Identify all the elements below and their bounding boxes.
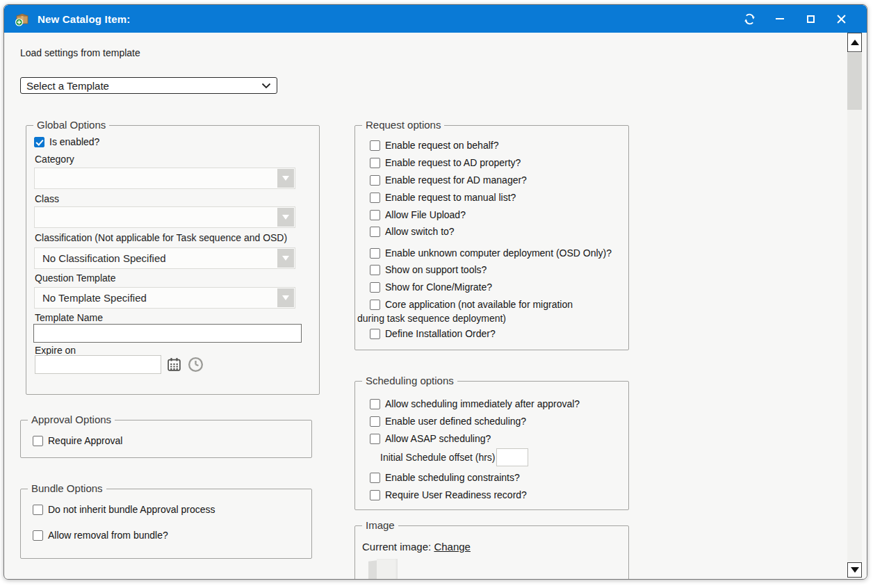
request-options-legend: Request options	[362, 119, 444, 131]
class-label: Class	[35, 193, 59, 204]
scroll-down-icon	[851, 567, 859, 573]
enable-request-for-ad-manager-checkbox[interactable]	[370, 175, 380, 186]
classification-dropdown-button[interactable]	[277, 249, 294, 268]
no-inherit-bundle-approval-checkbox[interactable]	[33, 505, 43, 515]
allow-switch-to-checkbox[interactable]	[370, 227, 380, 237]
load-settings-label: Load settings from template	[20, 47, 140, 58]
enable-user-defined-scheduling-row: Enable user defined scheduling?	[370, 415, 526, 427]
define-installation-order-row: Define Installation Order?	[370, 327, 496, 340]
enable-scheduling-constraints-row: Enable scheduling constraints?	[370, 471, 520, 484]
allow-scheduling-immediately-row: Allow scheduling immediately after appro…	[370, 398, 580, 410]
minimize-button[interactable]	[774, 13, 786, 25]
scheduling-options-legend: Scheduling options	[362, 375, 457, 386]
show-for-clone-migrate-checkbox[interactable]	[370, 282, 380, 293]
core-application-checkbox[interactable]	[370, 300, 380, 310]
question-template-dropdown-button[interactable]	[277, 288, 294, 307]
allow-removal-from-bundle-checkbox[interactable]	[33, 530, 43, 541]
show-on-support-tools-checkbox[interactable]	[370, 265, 380, 275]
approval-options-legend: Approval Options	[28, 414, 115, 425]
enable-user-defined-scheduling-checkbox[interactable]	[370, 416, 380, 427]
show-on-support-tools-row: Show on support tools?	[370, 263, 487, 276]
checkbox-label: Enable request for AD manager?	[385, 174, 527, 186]
scroll-up-icon	[851, 40, 859, 45]
checkbox-label: Allow ASAP scheduling?	[385, 433, 491, 444]
chevron-down-icon	[261, 83, 271, 89]
window-title: New Catalog Item:	[38, 13, 130, 25]
enable-request-to-ad-property-checkbox[interactable]	[370, 158, 380, 168]
global-options-legend: Global Options	[33, 119, 109, 131]
image-legend: Image	[362, 519, 398, 531]
change-image-link[interactable]: Change	[434, 541, 471, 553]
maximize-button[interactable]	[804, 13, 817, 25]
category-dropdown-button[interactable]	[277, 169, 294, 188]
class-combobox[interactable]	[34, 206, 295, 228]
checkbox-label: Show for Clone/Migrate?	[385, 281, 492, 293]
enable-request-to-manual-list-checkbox[interactable]	[370, 193, 380, 203]
enable-request-on-behalf-row: Enable request on behalf?	[370, 139, 498, 152]
require-approval-checkbox[interactable]	[33, 436, 43, 446]
is-enabled-row: Is enabled?	[34, 136, 99, 148]
core-application-row: Core application (not available for migr…	[370, 298, 573, 311]
checkbox-label: Enable request on behalf?	[385, 140, 498, 151]
clock-icon[interactable]	[187, 356, 204, 373]
current-image-row: Current image: Change	[362, 541, 471, 553]
catalog-item-box-icon	[14, 10, 31, 27]
is-enabled-checkbox[interactable]	[34, 137, 44, 147]
category-combobox[interactable]	[34, 168, 295, 189]
is-enabled-label: Is enabled?	[49, 136, 99, 147]
allow-file-upload-row: Allow File Upload?	[370, 209, 466, 221]
scroll-up-button[interactable]	[847, 33, 862, 52]
classification-value: No Classification Specified	[42, 252, 166, 264]
checkbox-label: Show on support tools?	[385, 264, 487, 275]
scrollbar-thumb[interactable]	[847, 53, 862, 110]
template-select-value: Select a Template	[26, 80, 109, 92]
vertical-scrollbar[interactable]	[847, 33, 862, 578]
bundle-options-legend: Bundle Options	[28, 482, 106, 494]
no-inherit-bundle-approval-label: Do not inherit bundle Approval process	[48, 504, 215, 515]
class-dropdown-button[interactable]	[277, 208, 294, 227]
allow-file-upload-checkbox[interactable]	[370, 210, 380, 220]
allow-scheduling-immediately-checkbox[interactable]	[370, 399, 380, 409]
define-installation-order-checkbox[interactable]	[370, 329, 380, 339]
checkbox-label: Enable unknown computer deployment (OSD …	[385, 247, 612, 259]
enable-request-to-ad-property-row: Enable request to AD property?	[370, 156, 521, 169]
checkbox-label: Allow File Upload?	[385, 209, 466, 220]
dropdown-arrow-icon	[282, 176, 289, 181]
template-name-input[interactable]	[33, 324, 302, 343]
template-name-label: Template Name	[35, 312, 103, 323]
checkbox-label: Allow switch to?	[385, 226, 455, 237]
dropdown-arrow-icon	[282, 256, 289, 261]
enable-unknown-computer-deployment-checkbox[interactable]	[370, 248, 380, 259]
expire-on-input[interactable]	[35, 355, 161, 374]
expire-on-label: Expire on	[35, 345, 76, 356]
dropdown-arrow-icon	[282, 215, 289, 220]
allow-asap-scheduling-row: Allow ASAP scheduling?	[370, 432, 491, 445]
allow-removal-from-bundle-row: Allow removal from bundle?	[33, 529, 168, 541]
classification-label: Classification (Not applicable for Task …	[35, 232, 287, 243]
allow-asap-scheduling-checkbox[interactable]	[370, 434, 380, 444]
checkbox-label: Define Installation Order?	[385, 328, 496, 339]
product-box-front	[377, 559, 398, 579]
refresh-button[interactable]	[743, 13, 756, 25]
question-template-label: Question Template	[35, 272, 115, 284]
question-template-combobox[interactable]: No Template Specified	[34, 287, 295, 309]
calendar-icon[interactable]	[167, 357, 181, 372]
enable-scheduling-constraints-checkbox[interactable]	[370, 473, 380, 483]
allow-switch-to-row: Allow switch to?	[370, 225, 455, 238]
core-application-wrap-line: during task sequence deployment)	[357, 313, 506, 324]
window-controls	[743, 13, 857, 25]
checkbox-label: Require User Readiness record?	[385, 489, 527, 500]
no-inherit-bundle-approval-row: Do not inherit bundle Approval process	[33, 503, 215, 516]
initial-schedule-offset-input[interactable]	[496, 448, 528, 466]
new-catalog-item-dialog: New Catalog Item:	[3, 4, 867, 580]
dialog-content: Load settings from template Select a Tem…	[5, 33, 867, 579]
require-user-readiness-checkbox[interactable]	[370, 490, 380, 500]
scroll-down-button[interactable]	[847, 562, 862, 578]
classification-combobox[interactable]: No Classification Specified	[34, 247, 295, 269]
close-button[interactable]	[835, 13, 847, 25]
template-select[interactable]: Select a Template	[20, 77, 277, 94]
enable-request-on-behalf-checkbox[interactable]	[370, 140, 380, 151]
initial-schedule-offset-label: Initial Schedule offset (hrs)	[380, 452, 496, 463]
enable-unknown-computer-deployment-row: Enable unknown computer deployment (OSD …	[370, 247, 612, 259]
minimize-icon	[776, 18, 784, 19]
